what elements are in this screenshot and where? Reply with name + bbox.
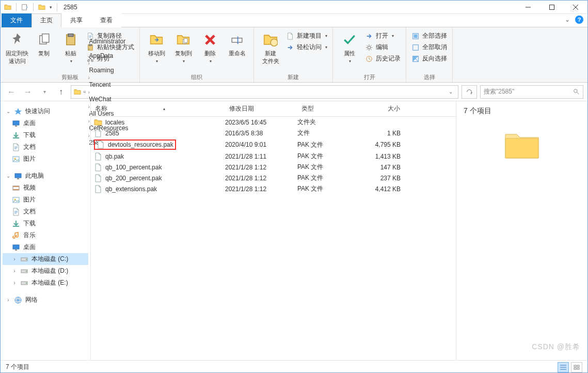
new-item-button[interactable]: 新建项目▾: [285, 31, 328, 41]
file-name: qb.pak: [105, 153, 124, 160]
nav-pc-pictures[interactable]: 图片: [3, 194, 88, 206]
nav-qa-desktop[interactable]: 桌面📌: [3, 117, 88, 129]
search-placeholder: 搜索"2585": [484, 87, 514, 96]
file-row[interactable]: devtools_resources.pak2020/4/10 9:01PAK …: [91, 138, 456, 151]
rename-button[interactable]: 重命名: [225, 29, 249, 57]
history-button[interactable]: 历史记录: [364, 54, 402, 64]
ribbon-group-select: 全部选择 全部取消 反向选择 选择: [406, 27, 453, 82]
file-row[interactable]: qb_100_percent.pak2021/1/28 1:12PAK 文件14…: [91, 162, 456, 173]
nav-disk-c[interactable]: ›本地磁盘 (C:): [3, 253, 88, 265]
move-to-button[interactable]: 移动到▾: [144, 29, 169, 64]
paste-button[interactable]: 粘贴 ▾: [58, 29, 83, 64]
file-icon: [94, 152, 102, 161]
copy-button[interactable]: 复制: [31, 29, 56, 57]
nav-up-button[interactable]: ↑: [54, 85, 68, 99]
col-name[interactable]: 名称▴: [91, 101, 225, 116]
watermark: CSDN @胜希: [532, 343, 580, 352]
delete-button[interactable]: 删除▾: [198, 29, 223, 64]
nav-pc-videos[interactable]: 视频: [3, 182, 88, 194]
address-dropdown-icon[interactable]: ⌄: [446, 89, 456, 95]
tab-view[interactable]: 查看: [91, 13, 121, 27]
file-icon: [94, 118, 102, 127]
col-size[interactable]: 大小: [359, 101, 411, 116]
file-name: qb_100_percent.pak: [105, 164, 162, 171]
select-all-button[interactable]: 全部选择: [410, 31, 448, 41]
file-type: PAK 文件: [297, 141, 359, 149]
nav-qa-downloads[interactable]: 下载📌: [3, 129, 88, 141]
col-type[interactable]: 类型: [297, 101, 359, 116]
breadcrumb-overflow[interactable]: «: [83, 89, 87, 95]
svg-rect-25: [232, 38, 242, 42]
nav-qa-documents[interactable]: 文档📌: [3, 141, 88, 153]
file-row[interactable]: qb_200_percent.pak2021/1/28 1:12PAK 文件23…: [91, 173, 456, 183]
nav-network[interactable]: ›网络: [3, 294, 88, 306]
qat-properties-icon[interactable]: [20, 2, 30, 12]
help-icon[interactable]: ?: [575, 15, 583, 24]
nav-pc-downloads[interactable]: 下载: [3, 217, 88, 229]
ribbon-group-open: 属性▾ 打开▾ 编辑 历史记录 打开: [333, 27, 406, 82]
ribbon-collapse-icon[interactable]: ⌄: [565, 16, 570, 23]
address-bar[interactable]: « Administrator›AppData›Roaming›Tencent›…: [71, 85, 458, 99]
qat-overflow-icon[interactable]: ▾: [48, 5, 54, 10]
breadcrumb-chevron-icon[interactable]: ›: [88, 75, 90, 81]
file-row[interactable]: qb_extensions.pak2021/1/28 1:12PAK 文件4,4…: [91, 183, 456, 194]
select-none-button[interactable]: 全部取消: [410, 42, 448, 52]
svg-rect-29: [574, 368, 576, 369]
group-label-new: 新建: [258, 73, 328, 81]
breadcrumb-segment[interactable]: Tencent: [88, 81, 130, 88]
breadcrumb-chevron-icon[interactable]: ›: [88, 46, 90, 52]
maximize-button[interactable]: [540, 1, 564, 14]
rename-icon: [229, 32, 245, 48]
tab-share[interactable]: 共享: [61, 13, 91, 27]
file-row[interactable]: qb.pak2021/1/28 1:11PAK 文件1,413 KB: [91, 151, 456, 162]
svg-rect-28: [577, 365, 579, 367]
nav-pc-documents[interactable]: 文档: [3, 206, 88, 217]
new-folder-icon: [262, 32, 279, 48]
properties-icon: [341, 32, 358, 48]
svg-rect-30: [577, 368, 579, 369]
new-folder-button[interactable]: 新建 文件夹: [258, 29, 283, 65]
file-row[interactable]: 25852016/3/5 8:38文件1 KB: [91, 128, 456, 138]
tab-file[interactable]: 文件: [2, 13, 31, 27]
breadcrumb-segment[interactable]: Roaming: [88, 67, 130, 74]
minimize-button[interactable]: [516, 1, 540, 14]
edit-button[interactable]: 编辑: [364, 42, 402, 52]
qat-newfolder-icon[interactable]: [37, 2, 47, 12]
nav-this-pc[interactable]: ⌄此电脑: [3, 170, 88, 182]
documents-icon: [12, 208, 20, 216]
edit-icon: [365, 43, 373, 52]
close-button[interactable]: [564, 1, 587, 14]
disk-icon: [20, 279, 28, 287]
nav-recent-button[interactable]: ▾: [38, 85, 51, 99]
nav-qa-pictures[interactable]: 图片📌: [3, 153, 88, 165]
breadcrumb-segment[interactable]: AppData: [88, 52, 130, 59]
easy-access-button[interactable]: 轻松访问▾: [285, 42, 328, 52]
nav-quick-access[interactable]: ⌄快速访问: [3, 105, 88, 117]
properties-button[interactable]: 属性▾: [337, 29, 362, 64]
refresh-button[interactable]: [462, 85, 477, 99]
view-large-icons-button[interactable]: [571, 362, 582, 372]
search-input[interactable]: 搜索"2585": [480, 85, 583, 99]
open-button[interactable]: 打开▾: [364, 31, 402, 41]
nav-forward-button[interactable]: →: [21, 85, 35, 99]
copy-label: 复制: [38, 50, 50, 57]
file-row[interactable]: locales2023/6/5 16:45文件夹: [91, 117, 456, 128]
nav-pc-music[interactable]: 音乐: [3, 229, 88, 241]
pin-to-quick-access-button[interactable]: 固定到快 速访问: [5, 29, 29, 65]
file-size: 147 KB: [359, 164, 411, 171]
nav-disk-e[interactable]: ›本地磁盘 (E:): [3, 277, 88, 289]
invert-selection-button[interactable]: 反向选择: [410, 54, 448, 64]
tab-home[interactable]: 主页: [31, 13, 61, 27]
view-details-button[interactable]: [558, 362, 569, 372]
nav-disk-d[interactable]: ›本地磁盘 (D:): [3, 265, 88, 277]
copy-to-button[interactable]: 复制到▾: [171, 29, 196, 64]
move-to-icon: [148, 32, 165, 48]
breadcrumb-segment[interactable]: Administrator: [88, 38, 130, 45]
breadcrumb-chevron-icon[interactable]: ›: [88, 60, 90, 66]
nav-pc-desktop[interactable]: 桌面: [3, 241, 88, 253]
nav-back-button[interactable]: ←: [5, 85, 18, 99]
address-folder-icon: [73, 88, 82, 96]
quick-access-toolbar: ▾: [1, 2, 61, 12]
col-date[interactable]: 修改日期: [225, 101, 297, 116]
breadcrumb-chevron-icon[interactable]: ›: [88, 89, 90, 95]
